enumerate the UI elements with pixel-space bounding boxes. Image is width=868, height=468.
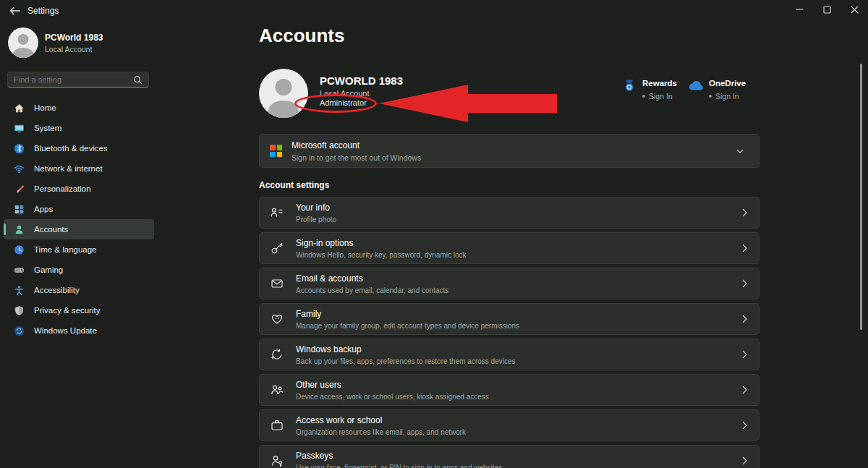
- your-info-icon: [270, 205, 284, 220]
- row-other-users[interactable]: Other users Device access, work or schoo…: [259, 374, 760, 406]
- microsoft-account-banner[interactable]: Microsoft account Sign in to get the mos…: [259, 134, 760, 168]
- rewards-signin[interactable]: Rewards Sign In: [621, 76, 677, 101]
- chevron-down-icon: [736, 147, 744, 156]
- sidebar-item-label: Gaming: [34, 265, 63, 274]
- email-icon: [270, 276, 284, 291]
- row-sign-in-options[interactable]: Sign-in options Windows Hello, security …: [259, 232, 760, 264]
- back-arrow-icon: [9, 6, 21, 16]
- sidebar-item-label: Accessibility: [34, 286, 80, 294]
- main-content: Accounts PCWORLD 1983 Local Account Admi…: [259, 22, 760, 468]
- search-input[interactable]: [14, 75, 133, 84]
- row-title: Other users: [296, 380, 740, 390]
- chevron-right-icon: [740, 208, 749, 218]
- backup-icon: [270, 347, 284, 362]
- row-family[interactable]: Family Manage your family group, edit ac…: [259, 303, 760, 335]
- onedrive-signin-label: Sign In: [715, 92, 739, 101]
- title-bar: Settings: [0, 0, 868, 22]
- maximize-button[interactable]: [813, 0, 841, 19]
- sidebar-item-network[interactable]: Network & internet: [4, 158, 154, 179]
- sidebar-item-privacy[interactable]: Privacy & security: [4, 300, 154, 320]
- chevron-right-icon: [740, 349, 749, 359]
- user-avatar: [8, 27, 38, 58]
- row-subtitle: Manage your family group, edit account t…: [296, 322, 740, 330]
- system-icon: [13, 122, 25, 134]
- row-subtitle: Profile photo: [296, 216, 740, 224]
- banner-subtitle: Sign in to get the most out of Windows: [292, 153, 736, 162]
- row-title: Passkeys: [296, 451, 740, 461]
- row-email-accounts[interactable]: Email & accounts Accounts used by email,…: [259, 268, 760, 299]
- close-button[interactable]: [841, 0, 868, 19]
- page-title: Accounts: [259, 25, 344, 47]
- sidebar-item-system[interactable]: System: [4, 118, 154, 138]
- home-icon: [13, 102, 25, 114]
- chevron-right-icon: [740, 385, 749, 395]
- sidebar-item-label: Accounts: [34, 225, 68, 234]
- sidebar-item-label: System: [34, 124, 61, 132]
- sidebar-item-label: Personalization: [34, 184, 91, 193]
- sidebar-user-card[interactable]: PCWorld 1983 Local Account: [8, 27, 103, 58]
- sidebar-item-accessibility[interactable]: Accessibility: [4, 280, 154, 300]
- sidebar-item-bluetooth[interactable]: Bluetooth & devices: [4, 138, 154, 158]
- profile-name: PCWORLD 1983: [320, 75, 403, 87]
- apps-grid-icon: [13, 203, 25, 215]
- sidebar-item-windows-update[interactable]: Windows Update: [4, 320, 154, 341]
- rewards-icon: [621, 77, 638, 95]
- sidebar-item-label: Network & internet: [34, 164, 103, 173]
- sidebar-item-gaming[interactable]: Gaming: [4, 260, 154, 280]
- minimize-button[interactable]: [786, 0, 813, 19]
- rewards-label: Rewards: [642, 79, 677, 88]
- onedrive-icon: [687, 77, 705, 95]
- sidebar-item-label: Time & language: [34, 245, 97, 254]
- search-icon: [133, 75, 142, 85]
- onedrive-signin[interactable]: OneDrive Sign In: [687, 76, 746, 101]
- window-controls: [786, 0, 868, 19]
- sidebar-item-personalization[interactable]: Personalization: [4, 179, 154, 199]
- row-title: Family: [296, 309, 740, 319]
- chevron-right-icon: [740, 278, 749, 289]
- back-button[interactable]: [6, 3, 25, 19]
- row-title: Email & accounts: [296, 273, 740, 284]
- row-subtitle: Back up your files, apps, preferences to…: [296, 357, 740, 365]
- scrollbar-thumb[interactable]: [860, 64, 862, 330]
- profile-avatar[interactable]: [259, 69, 308, 118]
- sidebar-item-accounts[interactable]: Accounts: [4, 219, 154, 239]
- sidebar-item-home[interactable]: Home: [4, 98, 154, 118]
- chevron-right-icon: [740, 243, 749, 253]
- sidebar-nav: Home System Bluetooth & devices Network …: [0, 98, 159, 341]
- row-access-work-school[interactable]: Access work or school Organization resou…: [259, 409, 760, 441]
- onedrive-label: OneDrive: [709, 79, 746, 88]
- sidebar-item-label: Privacy & security: [34, 306, 100, 315]
- row-title: Your info: [296, 203, 740, 213]
- shield-icon: [13, 305, 25, 316]
- settings-window: Settings PCWorld 1983 Local Account: [0, 0, 868, 468]
- row-your-info[interactable]: Your info Profile photo: [259, 197, 760, 229]
- microsoft-logo-icon: [270, 145, 282, 157]
- chevron-right-icon: [740, 456, 749, 466]
- row-title: Windows backup: [296, 344, 740, 354]
- sidebar: PCWorld 1983 Local Account Home System B…: [0, 22, 159, 468]
- app-title: Settings: [27, 6, 59, 16]
- sidebar-item-apps[interactable]: Apps: [4, 199, 154, 219]
- search-box[interactable]: [7, 72, 149, 88]
- sidebar-item-time-language[interactable]: Time & language: [4, 239, 154, 260]
- gamepad-icon: [13, 264, 25, 276]
- row-passkeys[interactable]: Passkeys Use your face, fingerprint, or …: [259, 445, 760, 468]
- chevron-right-icon: [740, 420, 749, 430]
- rewards-signin-label: Sign In: [649, 92, 673, 101]
- row-title: Sign-in options: [296, 238, 740, 248]
- profile-account-type: Local Account: [320, 89, 370, 98]
- key-icon: [270, 241, 284, 255]
- bullet-icon: [709, 95, 712, 98]
- row-subtitle: Windows Hello, security key, password, d…: [296, 251, 740, 259]
- other-users-icon: [270, 383, 284, 397]
- profile-header: PCWORLD 1983 Local Account Administrator…: [259, 69, 760, 118]
- row-windows-backup[interactable]: Windows backup Back up your files, apps,…: [259, 339, 760, 370]
- section-label: Account settings: [259, 180, 329, 190]
- settings-rows: Your info Profile photo Sign-in options …: [259, 197, 760, 468]
- banner-title: Microsoft account: [292, 140, 736, 150]
- bluetooth-icon: [13, 142, 25, 154]
- family-icon: [270, 312, 284, 326]
- row-subtitle: Device access, work or school users, kio…: [296, 393, 740, 401]
- briefcase-icon: [270, 418, 284, 433]
- row-subtitle: Use your face, fingerprint, or PIN to si…: [296, 464, 740, 468]
